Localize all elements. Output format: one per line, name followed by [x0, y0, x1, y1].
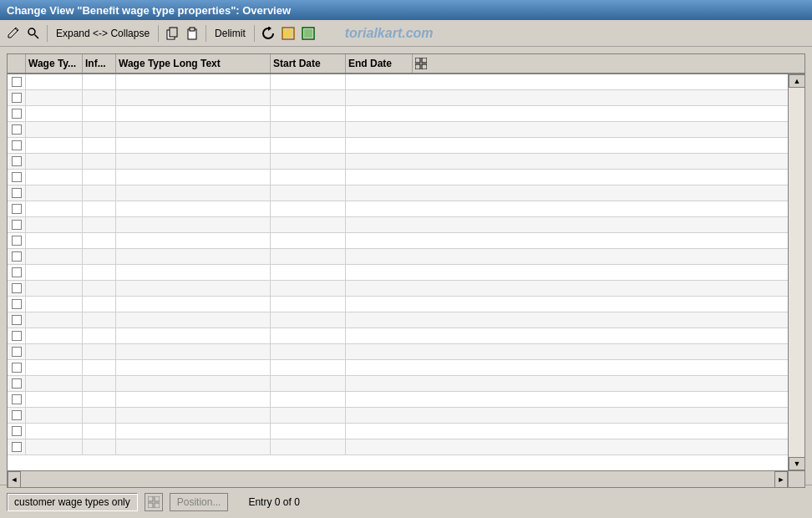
row-checkbox[interactable]	[12, 236, 22, 246]
refresh-icon[interactable]	[260, 25, 277, 42]
table-row[interactable]	[8, 408, 788, 424]
header-grid-icon[interactable]	[413, 54, 429, 73]
table-cell	[346, 265, 413, 280]
row-checkbox[interactable]	[12, 156, 22, 166]
row-checkbox[interactable]	[12, 410, 22, 420]
svg-rect-17	[155, 503, 160, 508]
table-cell	[346, 154, 413, 169]
scroll-down-button[interactable]: ▼	[789, 457, 805, 470]
table-row[interactable]	[8, 217, 788, 233]
table-row[interactable]	[8, 265, 788, 281]
table-row[interactable]	[8, 122, 788, 138]
row-checkbox[interactable]	[12, 347, 22, 357]
row-checkbox[interactable]	[12, 378, 22, 388]
row-checkbox[interactable]	[12, 188, 22, 198]
find-icon[interactable]	[25, 25, 42, 42]
table-cell	[116, 201, 271, 216]
scroll-track-vertical[interactable]	[789, 88, 804, 457]
row-checkbox-cell	[8, 138, 26, 153]
row-checkbox-cell	[8, 265, 26, 280]
row-checkbox-cell	[8, 185, 26, 201]
scroll-up-button[interactable]: ▲	[789, 74, 805, 88]
copy-icon[interactable]	[164, 25, 180, 42]
row-checkbox[interactable]	[12, 315, 22, 325]
row-checkbox[interactable]	[12, 77, 22, 87]
row-checkbox[interactable]	[12, 394, 22, 404]
scroll-right-button[interactable]: ►	[774, 471, 788, 488]
row-checkbox[interactable]	[12, 140, 22, 150]
table-cell	[116, 217, 271, 232]
table-row[interactable]	[8, 281, 788, 297]
table-cell	[83, 328, 116, 343]
scroll-left-button[interactable]: ◄	[8, 471, 21, 488]
table-body	[8, 74, 788, 472]
table-row[interactable]	[8, 312, 788, 328]
deselect-icon[interactable]	[300, 25, 317, 42]
table-row[interactable]	[8, 328, 788, 344]
row-checkbox[interactable]	[12, 204, 22, 214]
table-cell	[26, 233, 83, 248]
table-row[interactable]	[8, 297, 788, 312]
table-row[interactable]	[8, 376, 788, 392]
row-checkbox[interactable]	[12, 442, 22, 452]
table-cell	[83, 74, 116, 89]
table-row[interactable]	[8, 249, 788, 265]
row-checkbox-cell	[8, 312, 26, 328]
table-rows-container	[8, 74, 788, 455]
table-row[interactable]	[8, 138, 788, 154]
table-row[interactable]	[8, 154, 788, 170]
table-cell	[116, 74, 271, 89]
table-row[interactable]	[8, 185, 788, 201]
table-row[interactable]	[8, 360, 788, 376]
row-checkbox-cell	[8, 217, 26, 232]
expand-collapse-button[interactable]: Expand <-> Collapse	[53, 26, 153, 41]
table-row[interactable]	[8, 424, 788, 439]
table-cell	[83, 424, 116, 439]
table-row[interactable]	[8, 344, 788, 360]
table-cell	[26, 297, 83, 312]
delimit-button[interactable]: Delimit	[211, 26, 249, 41]
row-checkbox[interactable]	[12, 267, 22, 277]
row-checkbox[interactable]	[12, 251, 22, 262]
row-checkbox[interactable]	[12, 283, 22, 293]
row-checkbox[interactable]	[12, 363, 22, 373]
row-checkbox[interactable]	[12, 172, 22, 182]
table-row[interactable]	[8, 392, 788, 408]
row-checkbox-cell	[8, 233, 26, 248]
pencil-icon[interactable]	[5, 25, 22, 42]
table-cell	[116, 249, 271, 264]
row-checkbox[interactable]	[12, 220, 22, 230]
status-icon-button[interactable]	[145, 493, 163, 511]
table-cell	[116, 344, 271, 359]
table-cell	[271, 360, 346, 375]
position-button[interactable]: Position...	[170, 493, 229, 511]
table-cell	[271, 106, 346, 121]
customer-wage-types-button[interactable]: customer wage types only	[7, 493, 138, 511]
select-all-icon[interactable]	[280, 25, 297, 42]
table-cell	[271, 328, 346, 343]
row-checkbox[interactable]	[12, 109, 22, 119]
row-checkbox[interactable]	[12, 426, 22, 436]
table-cell	[271, 376, 346, 391]
row-checkbox[interactable]	[12, 299, 22, 309]
main-content: Wage Ty... Inf... Wage Type Long Text St…	[0, 47, 812, 485]
table-row[interactable]	[8, 74, 788, 90]
table-cell	[116, 185, 271, 201]
table-row[interactable]	[8, 170, 788, 185]
row-checkbox[interactable]	[12, 93, 22, 103]
table-cell	[271, 312, 346, 328]
table-row[interactable]	[8, 90, 788, 106]
table-cell	[346, 360, 413, 375]
table-row[interactable]	[8, 201, 788, 217]
table-row[interactable]	[8, 439, 788, 455]
table-cell	[83, 312, 116, 328]
svg-point-0	[28, 28, 35, 35]
table-cell	[83, 185, 116, 201]
table-row[interactable]	[8, 233, 788, 249]
table-cell	[346, 392, 413, 407]
table-row[interactable]	[8, 106, 788, 122]
paste-icon[interactable]	[184, 25, 200, 42]
table-cell	[346, 312, 413, 328]
row-checkbox[interactable]	[12, 331, 22, 341]
row-checkbox[interactable]	[12, 124, 22, 135]
